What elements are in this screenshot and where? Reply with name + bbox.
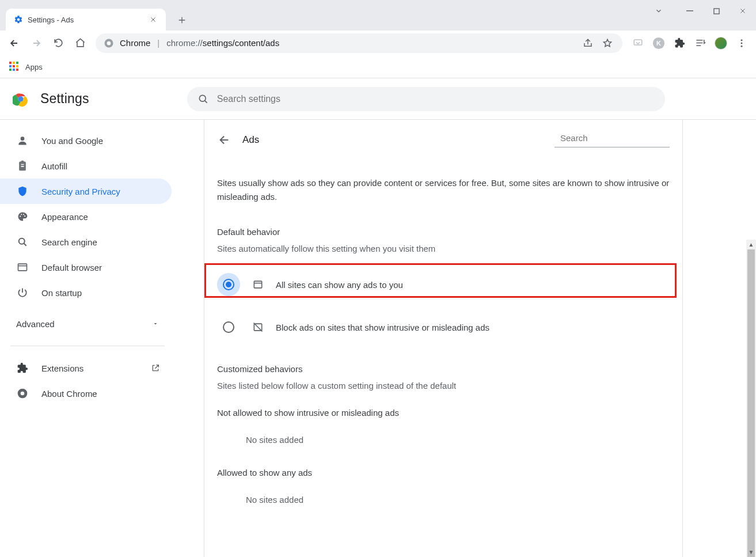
power-icon [16, 286, 29, 299]
close-window-button[interactable] [730, 0, 756, 22]
panel-search-box[interactable] [554, 133, 670, 147]
sidebar-item-search-engine[interactable]: Search engine [0, 229, 172, 255]
window-titlebar: Settings - Ads [0, 0, 756, 31]
svg-rect-0 [686, 10, 693, 12]
bookmarks-bar: Apps [0, 56, 756, 78]
puzzle-icon [16, 362, 29, 374]
not-allowed-heading: Not allowed to show intrusive or mislead… [217, 408, 670, 418]
svg-point-22 [21, 392, 25, 396]
profile-avatar[interactable] [711, 33, 731, 53]
sidebar-item-label: Autofill [41, 161, 67, 171]
sidebar-item-default-browser[interactable]: Default browser [0, 255, 172, 280]
caret-down-icon [152, 320, 159, 327]
page-scrollbar[interactable]: ▲ ▼ [746, 240, 756, 557]
customized-heading: Customized behaviors [217, 364, 670, 374]
sidebar-item-you-and-google[interactable]: You and Google [0, 128, 172, 153]
person-icon [16, 134, 29, 147]
settings-sidebar: You and Google Autofill Security and Pri… [0, 120, 175, 557]
settings-search-input[interactable] [217, 94, 655, 104]
back-button[interactable] [5, 33, 24, 53]
reload-button[interactable] [48, 33, 68, 53]
sidebar-item-security-privacy[interactable]: Security and Privacy [0, 179, 172, 204]
browser-tab[interactable]: Settings - Ads [6, 9, 166, 31]
apps-label[interactable]: Apps [25, 63, 43, 71]
radio-allow[interactable] [217, 273, 240, 296]
window-blocked-icon [252, 321, 264, 334]
option-block-row[interactable]: Block ads on sites that show intrusive o… [217, 308, 670, 347]
allowed-heading: Allowed to show any ads [217, 468, 670, 478]
home-button[interactable] [70, 33, 90, 53]
chevron-down-icon[interactable] [645, 0, 672, 22]
omnibox[interactable]: Chrome | chrome://settings/content/ads [96, 33, 622, 53]
sidebar-item-label: Search engine [41, 237, 97, 247]
settings-search-box[interactable] [187, 87, 665, 111]
scroll-thumb[interactable] [747, 249, 755, 557]
svg-point-7 [741, 39, 743, 41]
profile-k-icon[interactable]: K [649, 33, 668, 53]
gear-icon [14, 15, 23, 24]
svg-point-9 [741, 45, 743, 47]
search-icon [16, 236, 29, 248]
sidebar-item-label: Appearance [41, 212, 88, 222]
window-controls [645, 0, 756, 22]
sidebar-item-label: You and Google [41, 136, 103, 146]
shield-icon [16, 185, 29, 198]
new-tab-button[interactable] [174, 12, 190, 28]
maximize-button[interactable] [703, 0, 730, 22]
radio-block[interactable] [217, 316, 240, 339]
svg-point-17 [23, 214, 24, 215]
svg-point-18 [24, 215, 25, 217]
sidebar-item-label: About Chrome [41, 389, 97, 399]
pocket-icon[interactable] [628, 33, 648, 53]
svg-point-19 [19, 238, 25, 244]
reading-list-icon[interactable] [690, 33, 710, 53]
sidebar-item-label: Security and Privacy [41, 187, 120, 196]
minimize-button[interactable] [677, 0, 703, 22]
panel-back-button[interactable] [217, 132, 232, 147]
extensions-puzzle-icon[interactable] [670, 33, 689, 53]
option-allow-label: All sites can show any ads to you [276, 280, 403, 290]
settings-panel: Ads Sites usually show ads so they can p… [204, 120, 683, 557]
apps-grid-icon[interactable] [9, 62, 20, 72]
close-tab-icon[interactable] [149, 15, 158, 24]
search-icon [197, 93, 209, 105]
sidebar-item-extensions[interactable]: Extensions [0, 355, 172, 381]
settings-header: Settings [0, 78, 756, 120]
option-allow-row[interactable]: All sites can show any ads to you [217, 265, 670, 304]
kebab-menu-icon[interactable] [732, 33, 751, 53]
clipboard-icon [16, 160, 29, 172]
sidebar-item-autofill[interactable]: Autofill [0, 153, 172, 179]
svg-point-8 [741, 42, 743, 44]
forward-button[interactable] [26, 33, 46, 53]
svg-rect-20 [18, 264, 27, 271]
scroll-down-arrow[interactable]: ▼ [746, 547, 756, 557]
svg-rect-24 [254, 281, 261, 288]
svg-point-13 [199, 95, 206, 101]
panel-search-input[interactable] [560, 133, 670, 143]
external-link-icon [151, 363, 160, 373]
svg-rect-1 [713, 8, 719, 13]
bookmark-star-icon[interactable] [601, 33, 614, 53]
sidebar-advanced-toggle[interactable]: Advanced [0, 311, 175, 336]
svg-point-3 [107, 41, 111, 45]
sidebar-item-on-startup[interactable]: On startup [0, 280, 172, 305]
svg-point-16 [21, 214, 22, 215]
settings-main: You and Google Autofill Security and Pri… [0, 120, 756, 557]
omnibox-text: Chrome | chrome://settings/content/ads [120, 38, 279, 48]
sidebar-item-about-chrome[interactable]: About Chrome [0, 381, 172, 406]
panel-title: Ads [242, 134, 259, 146]
svg-point-14 [21, 137, 25, 141]
default-behavior-heading: Default behavior [217, 227, 670, 237]
share-icon[interactable] [581, 33, 595, 53]
customized-sub: Sites listed below follow a custom setti… [217, 381, 670, 391]
sidebar-item-appearance[interactable]: Appearance [0, 204, 172, 229]
allowed-empty: No sites added [217, 495, 670, 505]
chrome-chip-icon [104, 38, 114, 48]
default-behavior-sub: Sites automatically follow this setting … [217, 244, 670, 253]
svg-point-15 [20, 216, 21, 217]
browser-toolbar: Chrome | chrome://settings/content/ads K [0, 31, 756, 56]
not-allowed-empty: No sites added [217, 435, 670, 445]
panel-description: Sites usually show ads so they can provi… [217, 176, 670, 204]
scroll-up-arrow[interactable]: ▲ [746, 240, 756, 249]
palette-icon [16, 210, 29, 223]
